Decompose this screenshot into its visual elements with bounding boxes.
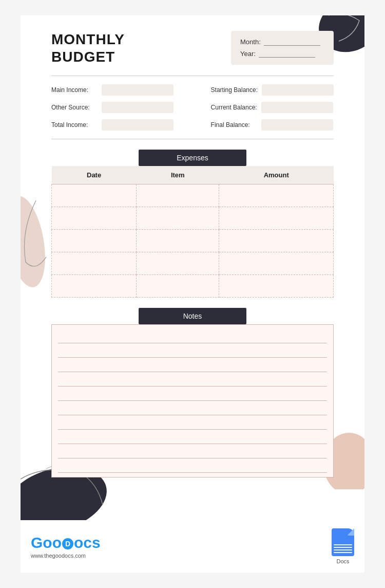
note-line[interactable] [58, 415, 327, 430]
table-row[interactable] [52, 207, 334, 230]
other-source-group: Other Source: [51, 102, 174, 113]
note-line[interactable] [58, 387, 327, 401]
starting-balance-group: Starting Balance: [211, 84, 334, 96]
document-area: MONTHLY BUDGET Month: Year: [21, 15, 364, 520]
month-year-box: Month: Year: [231, 31, 334, 65]
logo-goo: Goo [31, 534, 62, 551]
docs-icon-lines [334, 544, 352, 553]
docs-line-4 [334, 552, 352, 553]
total-income-label: Total Income: [51, 121, 98, 128]
note-line[interactable] [58, 401, 327, 415]
logo-url: www.thegoodocs.com [31, 553, 101, 559]
other-source-label: Other Source: [51, 104, 98, 111]
logo-area: GooDocs www.thegoodocs.com [31, 534, 101, 559]
starting-balance-label: Starting Balance: [211, 86, 258, 94]
date-cell[interactable] [52, 275, 137, 298]
notes-section: Notes [51, 308, 334, 477]
docs-label: Docs [336, 558, 349, 564]
note-line[interactable] [58, 343, 327, 358]
notes-lines-area[interactable] [51, 324, 334, 477]
year-label: Year: [240, 50, 256, 58]
note-line[interactable] [58, 444, 327, 458]
logo-docs-text: ocs [74, 534, 101, 551]
item-cell[interactable] [137, 207, 219, 230]
total-income-group: Total Income: [51, 119, 174, 131]
main-income-input[interactable] [102, 84, 174, 96]
income-divider [51, 139, 334, 139]
docs-line-2 [334, 547, 352, 548]
final-balance-input[interactable] [261, 119, 333, 131]
total-income-input[interactable] [102, 119, 174, 131]
table-row[interactable] [52, 185, 334, 207]
note-line[interactable] [58, 329, 327, 343]
docs-icon-img [332, 528, 354, 556]
year-field-row: Year: [240, 50, 324, 58]
amount-cell[interactable] [219, 275, 334, 298]
main-income-label: Main Income: [51, 86, 98, 94]
amount-cell[interactable] [219, 252, 334, 275]
table-row[interactable] [52, 275, 334, 298]
doc-content: MONTHLY BUDGET Month: Year: [21, 15, 364, 498]
item-cell[interactable] [137, 185, 219, 207]
expenses-table: Date Item Amount [51, 166, 334, 298]
note-line[interactable] [58, 430, 327, 444]
logo-d-special: D [62, 538, 73, 549]
item-cell[interactable] [137, 230, 219, 252]
current-balance-group: Current Balance: [211, 102, 334, 113]
amount-cell[interactable] [219, 207, 334, 230]
table-row[interactable] [52, 252, 334, 275]
date-cell[interactable] [52, 252, 137, 275]
month-field-row: Month: [240, 38, 324, 46]
date-cell[interactable] [52, 185, 137, 207]
year-input-line[interactable] [259, 50, 315, 58]
docs-icon: Docs [332, 528, 354, 564]
expenses-header-bar: Expenses [139, 150, 246, 166]
other-source-input[interactable] [102, 102, 174, 113]
final-balance-label: Final Balance: [211, 121, 257, 128]
docs-line-3 [334, 549, 352, 550]
current-balance-label: Current Balance: [211, 104, 257, 111]
month-label: Month: [240, 38, 261, 46]
item-cell[interactable] [137, 275, 219, 298]
income-balance-section: Main Income: Other Source: Total Income: [51, 84, 334, 131]
amount-cell[interactable] [219, 230, 334, 252]
col-date: Date [52, 166, 137, 185]
title-block: MONTHLY BUDGET [51, 31, 125, 65]
expenses-section: Expenses Date Item Amount [51, 150, 334, 298]
header-divider [51, 76, 334, 76]
expenses-table-header-row: Date Item Amount [52, 166, 334, 185]
note-line[interactable] [58, 358, 327, 372]
doc-title: MONTHLY BUDGET [51, 31, 125, 65]
starting-balance-input[interactable] [262, 84, 334, 96]
docs-line-1 [334, 544, 352, 545]
note-line[interactable] [58, 372, 327, 387]
current-balance-input[interactable] [261, 102, 333, 113]
footer: GooDocs www.thegoodocs.com Docs [21, 520, 364, 573]
note-line[interactable] [58, 458, 327, 473]
page-wrapper: MONTHLY BUDGET Month: Year: [0, 0, 385, 588]
date-cell[interactable] [52, 230, 137, 252]
income-column: Main Income: Other Source: Total Income: [51, 84, 174, 131]
final-balance-group: Final Balance: [211, 119, 334, 131]
col-amount: Amount [219, 166, 334, 185]
header-section: MONTHLY BUDGET Month: Year: [51, 31, 334, 65]
main-income-group: Main Income: [51, 84, 174, 96]
item-cell[interactable] [137, 252, 219, 275]
amount-cell[interactable] [219, 185, 334, 207]
balance-column: Starting Balance: Current Balance: Final… [211, 84, 334, 131]
logo: GooDocs [31, 534, 101, 552]
col-item: Item [137, 166, 219, 185]
date-cell[interactable] [52, 207, 137, 230]
notes-header-bar: Notes [139, 308, 246, 324]
table-row[interactable] [52, 230, 334, 252]
month-input-line[interactable] [264, 39, 320, 46]
